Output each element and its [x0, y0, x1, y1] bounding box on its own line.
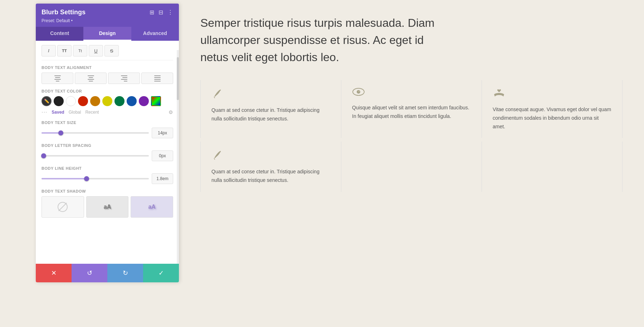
cancel-icon: ✕ — [51, 269, 57, 277]
body-line-height-track[interactable] — [42, 178, 149, 179]
body-letter-spacing-section: Body Letter Spacing 0px — [42, 143, 173, 161]
color-swatch-custom[interactable] — [151, 96, 161, 106]
eyedropper-icon: ✏️ — [44, 99, 49, 104]
color-tab-recent[interactable]: Recent — [85, 110, 99, 115]
body-text-size-track[interactable] — [42, 132, 149, 134]
strikethrough-button[interactable]: S — [104, 45, 119, 56]
bottom-toolbar: ✕ ↺ ↻ ✓ — [36, 264, 179, 282]
color-swatch-blue[interactable] — [127, 96, 137, 106]
scroll-thumb[interactable] — [177, 57, 179, 100]
bottom-cards-grid: Quam at sed conse ctetur in. Tristique a… — [200, 142, 623, 192]
body-text-shadow-section: Body Text Shadow aA aA — [42, 189, 173, 218]
eyedropper-swatch[interactable]: ✏️ — [42, 96, 52, 106]
body-text-shadow-label: Body Text Shadow — [42, 189, 173, 193]
shadow-a-button[interactable]: aA — [86, 196, 129, 218]
color-tab-saved[interactable]: Saved — [52, 110, 64, 115]
tab-design[interactable]: Design — [83, 27, 131, 41]
align-center-button[interactable] — [75, 73, 107, 84]
align-left-button[interactable] — [42, 73, 73, 84]
tab-content[interactable]: Content — [36, 27, 83, 41]
shadow-none-button[interactable] — [42, 196, 84, 218]
card-text-3: Vitae consequat augue. Vivamus eget dolo… — [493, 105, 611, 131]
tt-small-button[interactable]: Tt — [73, 45, 87, 56]
color-tabs: ··· Saved Global Recent ⚙ — [42, 109, 173, 115]
body-letter-spacing-value[interactable]: 0px — [152, 150, 173, 161]
panel-tabs: Content Design Advanced — [36, 27, 179, 41]
body-text-alignment-label: Body Text Alignment — [42, 65, 173, 70]
drag-handle-icon[interactable]: ⊞ — [150, 9, 154, 16]
body-letter-spacing-label: Body Letter Spacing — [42, 143, 173, 148]
color-swatch-orange[interactable] — [90, 96, 100, 106]
panel-header: Blurb Settings ⊞ ⊟ ⋮ Preset: Default • — [36, 4, 179, 27]
panel-body: I TT Tt U S Body Text Alignment — [36, 41, 179, 264]
shadow-a-icon: aA — [104, 204, 111, 210]
card-icon-2 — [352, 87, 471, 99]
color-swatch-purple[interactable] — [139, 96, 149, 106]
hero-text: Semper tristique risus turpis malesuada.… — [200, 14, 451, 66]
body-letter-spacing-track[interactable] — [42, 155, 149, 157]
shadow-b-icon: aA — [148, 204, 155, 210]
main-content: Semper tristique risus turpis malesuada.… — [179, 0, 644, 327]
tab-advanced[interactable]: Advanced — [131, 27, 179, 41]
bottom-card-text-1: Quam at sed conse ctetur in. Tristique a… — [211, 168, 330, 185]
format-toolbar: I TT Tt U S — [42, 45, 173, 60]
bottom-card-col-2 — [341, 142, 482, 192]
body-line-height-section: Body Line Height 1.8em — [42, 166, 173, 184]
more-options-icon[interactable]: ⋮ — [167, 9, 173, 16]
body-line-height-value[interactable]: 1.8em — [152, 173, 173, 184]
bottom-card-icon-1 — [211, 149, 330, 163]
cards-grid: Quam at sed conse ctetur in. Tristique a… — [200, 80, 623, 138]
bold-tt-button[interactable]: TT — [57, 45, 72, 56]
body-line-height-slider-row: 1.8em — [42, 173, 173, 184]
no-shadow-icon — [58, 202, 68, 212]
undo-icon: ↺ — [87, 269, 92, 277]
body-letter-spacing-slider-row: 0px — [42, 150, 173, 161]
shadow-b-button[interactable]: aA — [131, 196, 173, 218]
shadow-options: aA aA — [42, 196, 173, 218]
color-tab-global[interactable]: Global — [69, 110, 81, 115]
color-swatches: ✏️ — [42, 96, 173, 106]
panel-preset[interactable]: Preset: Default • — [42, 18, 173, 23]
split-view-icon[interactable]: ⊟ — [158, 9, 163, 16]
bottom-card-col-1: Quam at sed conse ctetur in. Tristique a… — [201, 142, 341, 192]
body-text-size-slider-row: 14px — [42, 128, 173, 138]
settings-panel: Blurb Settings ⊞ ⊟ ⋮ Preset: Default • C… — [36, 4, 179, 282]
body-text-size-section: Body Text Size 14px — [42, 120, 173, 138]
bottom-card-col-3 — [482, 142, 623, 192]
scrollbar[interactable] — [177, 50, 179, 264]
body-text-size-label: Body Text Size — [42, 120, 173, 125]
card-icon-3 — [493, 87, 611, 100]
redo-icon: ↻ — [123, 269, 128, 277]
redo-button[interactable]: ↻ — [107, 264, 143, 282]
body-text-color-label: Body Text Color — [42, 89, 173, 93]
color-swatch-white[interactable] — [66, 96, 76, 106]
underline-button[interactable]: U — [89, 45, 103, 56]
panel-header-icons: ⊞ ⊟ ⋮ — [150, 9, 173, 16]
card-col-3: Vitae consequat augue. Vivamus eget dolo… — [482, 80, 623, 138]
card-icon-1 — [211, 87, 330, 101]
confirm-button[interactable]: ✓ — [143, 264, 179, 282]
align-justify-button[interactable] — [141, 73, 173, 84]
body-line-height-label: Body Line Height — [42, 166, 173, 170]
color-swatch-yellow[interactable] — [102, 96, 112, 106]
undo-button[interactable]: ↺ — [72, 264, 107, 282]
italic-button[interactable]: I — [42, 45, 56, 56]
alignment-buttons — [42, 73, 173, 84]
card-col-2: Quisque aliquet velit sit amet sem inter… — [341, 80, 482, 138]
cancel-button[interactable]: ✕ — [36, 264, 72, 282]
color-swatch-black[interactable] — [54, 96, 64, 106]
color-swatch-red[interactable] — [78, 96, 88, 106]
color-more-dots[interactable]: ··· — [42, 109, 47, 115]
svg-point-1 — [357, 90, 360, 94]
panel-title: Blurb Settings — [42, 9, 86, 16]
align-right-button[interactable] — [108, 73, 140, 84]
confirm-icon: ✓ — [158, 269, 164, 277]
card-text-1: Quam at sed conse ctetur in. Tristique a… — [211, 106, 330, 123]
color-swatch-green[interactable] — [114, 96, 125, 106]
body-text-size-value[interactable]: 14px — [152, 128, 173, 138]
color-settings-icon[interactable]: ⚙ — [169, 109, 173, 115]
card-text-2: Quisque aliquet velit sit amet sem inter… — [352, 104, 471, 121]
card-col-1: Quam at sed conse ctetur in. Tristique a… — [201, 80, 341, 138]
body-text-color-section: Body Text Color ✏️ ··· — [42, 89, 173, 115]
svg-point-2 — [358, 91, 360, 92]
